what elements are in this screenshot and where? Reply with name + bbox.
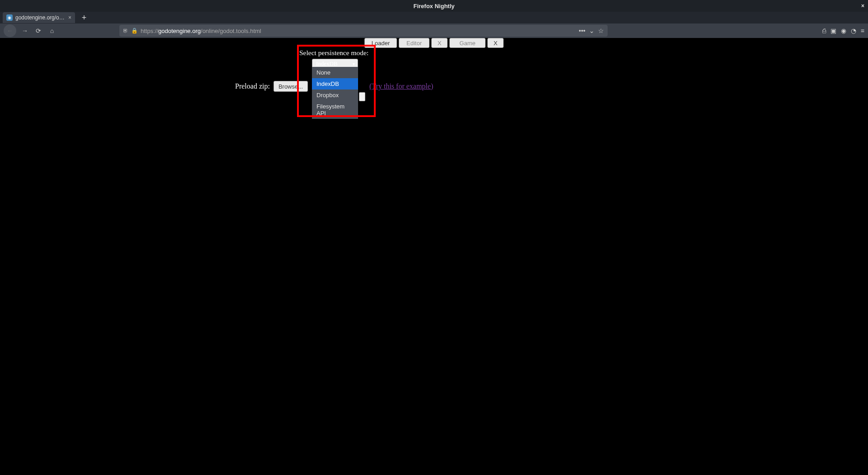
- url-text: https://godotengine.org/online/godot.too…: [141, 28, 576, 34]
- tab-strip: ◉ godotengine.org/online/g × +: [0, 12, 868, 24]
- new-tab-button[interactable]: +: [80, 13, 89, 23]
- account-icon[interactable]: ◉: [841, 27, 846, 34]
- persistence-block: Select persistence mode: IndexDB ▾: [299, 49, 368, 69]
- home-button[interactable]: ⌂: [47, 26, 57, 36]
- browser-tab[interactable]: ◉ godotengine.org/online/g ×: [3, 12, 75, 23]
- pocket-icon[interactable]: ⌄: [589, 27, 594, 34]
- close-game-button[interactable]: X: [487, 38, 504, 48]
- preload-label: Preload zip:: [235, 82, 270, 90]
- dropdown-option-filesystem-api[interactable]: Filesystem API: [312, 101, 358, 119]
- window-close-button[interactable]: ×: [861, 3, 864, 9]
- chevron-down-icon: ▾: [353, 61, 355, 66]
- toolbar-right-icons: ⎙ ▣ ◉ ◔ ≡: [822, 27, 864, 34]
- stopwatch-icon[interactable]: ◔: [851, 27, 856, 34]
- dropdown-option-indexdb[interactable]: IndexDB: [312, 78, 358, 89]
- shield-icon[interactable]: ⛨: [123, 28, 128, 34]
- lock-icon[interactable]: 🔒: [131, 28, 138, 34]
- extensions-icon[interactable]: ≡: [861, 27, 864, 34]
- tab-close-icon[interactable]: ×: [68, 14, 71, 21]
- godot-favicon: ◉: [6, 14, 13, 21]
- window-titlebar: Firefox Nightly ×: [0, 0, 868, 12]
- page-content: Loader Editor X Game X Select persistenc…: [0, 38, 868, 475]
- tab-label: godotengine.org/online/g: [15, 14, 66, 21]
- persistence-selected-value: IndexDB: [316, 60, 338, 67]
- editor-button[interactable]: Editor: [399, 38, 429, 48]
- close-editor-button[interactable]: X: [431, 38, 448, 48]
- dropdown-option-dropbox[interactable]: Dropbox: [312, 89, 358, 101]
- loader-button[interactable]: Loader: [364, 38, 397, 48]
- url-toolbar: ← → ⟳ ⌂ ⛨ 🔒 https://godotengine.org/onli…: [0, 24, 868, 38]
- window-title: Firefox Nightly: [413, 3, 454, 9]
- page-actions-icon[interactable]: •••: [579, 27, 585, 34]
- back-button[interactable]: ←: [4, 24, 16, 37]
- small-button[interactable]: [359, 92, 365, 101]
- game-button[interactable]: Game: [449, 38, 486, 48]
- persistence-dropdown: None IndexDB Dropbox Filesystem API: [312, 67, 358, 119]
- dropdown-option-none[interactable]: None: [312, 67, 358, 78]
- browse-button[interactable]: Browse...: [274, 81, 308, 92]
- persistence-label: Select persistence mode:: [299, 49, 368, 57]
- sidebar-icon[interactable]: ▣: [830, 27, 836, 34]
- address-bar[interactable]: ⛨ 🔒 https://godotengine.org/online/godot…: [119, 25, 608, 37]
- forward-button[interactable]: →: [20, 26, 30, 36]
- try-example-link[interactable]: (Try this for example): [369, 82, 433, 90]
- top-button-row: Loader Editor X Game X: [364, 38, 504, 48]
- reload-button[interactable]: ⟳: [33, 26, 43, 36]
- bookmark-star-icon[interactable]: ☆: [598, 27, 604, 34]
- library-icon[interactable]: ⎙: [822, 27, 826, 34]
